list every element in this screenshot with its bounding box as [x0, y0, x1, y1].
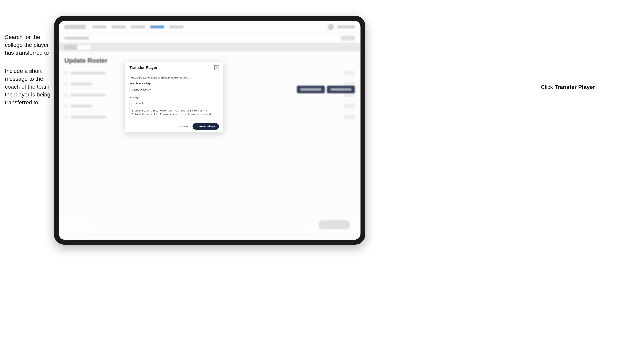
annotation-right: Click Transfer Player: [541, 84, 595, 90]
nav-link-3: [131, 25, 145, 28]
nav-logo: [64, 25, 86, 29]
row-right: [344, 71, 355, 75]
annotation-left: Search for the college the player has tr…: [5, 33, 52, 117]
row-right: [344, 93, 355, 97]
action-btn-1: [297, 86, 325, 93]
action-btn-inner: [300, 88, 321, 91]
app-subheader: [59, 33, 360, 43]
cancel-button[interactable]: Cancel: [178, 124, 190, 129]
nav-link-active: [150, 25, 164, 28]
bottom-btn: [318, 220, 350, 229]
row-right: [344, 115, 355, 119]
nav-link-2: [112, 25, 126, 28]
tab-active: [78, 45, 90, 50]
modal-title: Transfer Player: [130, 65, 157, 70]
row-text: [71, 116, 106, 119]
annotation-right-prefix: Click: [541, 84, 554, 90]
row-checkbox: [64, 82, 68, 86]
nav-link-1: [92, 25, 106, 28]
message-textarea[interactable]: [130, 100, 219, 115]
row-checkbox: [64, 71, 68, 75]
row-text: [71, 94, 106, 96]
nav-links: [92, 25, 184, 28]
tablet-screen: Update Roster: [59, 21, 360, 240]
annotation-text-1: Search for the college the player has tr…: [5, 33, 52, 57]
tab-1: [64, 45, 77, 50]
app-nav: [59, 21, 360, 33]
subheader-block-1: [64, 37, 89, 39]
row-checkbox: [64, 104, 68, 108]
row-text: [71, 83, 92, 85]
nav-right: [328, 24, 355, 30]
modal-body: Transfer the player and their profile to…: [125, 73, 223, 120]
row-checkbox: [64, 93, 68, 97]
tablet-device: Update Roster: [54, 16, 366, 245]
row-text: [71, 105, 92, 107]
transfer-player-button[interactable]: Transfer Player: [192, 123, 219, 130]
search-college-input[interactable]: [130, 86, 219, 93]
row-text: [71, 72, 106, 74]
row-checkbox: [64, 115, 68, 119]
search-college-label: Search for College: [130, 82, 219, 85]
modal-close-button[interactable]: ×: [214, 65, 219, 70]
transfer-player-modal: Transfer Player × Transfer the player an…: [125, 62, 223, 133]
subheader-right: [341, 36, 355, 40]
arrows-overlay: [0, 0, 52, 26]
nav-link-4: [170, 25, 184, 28]
action-btn-inner: [330, 88, 352, 91]
action-btn-2: [327, 86, 355, 93]
annotation-right-bold: Transfer Player: [554, 84, 595, 90]
modal-subtitle: Transfer the player and their profile to…: [130, 77, 219, 79]
content-actions: [297, 86, 355, 93]
row-right: [344, 104, 355, 108]
annotation-text-2: Include a short message to the coach of …: [5, 67, 52, 106]
nav-text-block: [338, 25, 355, 28]
modal-header: Transfer Player ×: [125, 62, 223, 73]
nav-avatar: [328, 24, 334, 30]
app-tabs: [59, 43, 360, 51]
modal-footer: Cancel Transfer Player: [125, 120, 223, 133]
message-label: Message: [130, 96, 219, 99]
